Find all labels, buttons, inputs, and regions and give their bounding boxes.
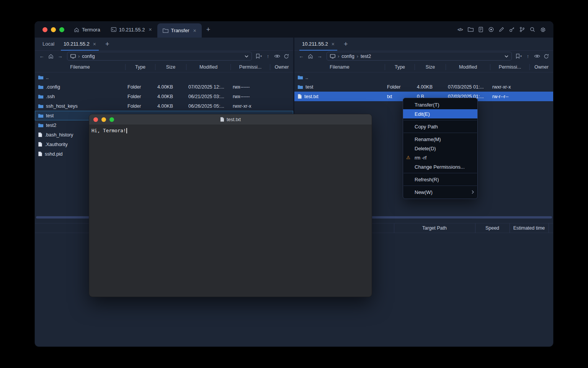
column-owner[interactable]: Owner xyxy=(529,64,553,70)
file-table-header: Filename Type Size Modified Permissi... … xyxy=(35,62,293,72)
menu-item-refresh[interactable]: Refresh(R) xyxy=(403,175,477,184)
column-speed[interactable]: Speed xyxy=(475,223,510,233)
file-row-parent[interactable]: .. xyxy=(294,72,553,82)
file-permissions: rwx------ xyxy=(230,94,270,99)
record-icon xyxy=(488,27,494,32)
column-filename[interactable]: Filename xyxy=(35,64,125,70)
new-panel-tab-button[interactable]: + xyxy=(101,38,114,51)
path-segment[interactable]: config xyxy=(341,54,354,59)
refresh-button[interactable] xyxy=(283,52,290,61)
column-filename[interactable]: Filename xyxy=(294,64,385,70)
menu-item-delete[interactable]: Delete(D) xyxy=(403,144,477,153)
parent-directory-button[interactable]: ↑ xyxy=(524,52,532,61)
editor-window: test.txt Hi, Termora! xyxy=(89,114,372,297)
home-button[interactable] xyxy=(307,52,314,61)
file-row[interactable]: .ssh Folder 4.00KB 06/21/2025 03:... rwx… xyxy=(35,92,293,101)
column-permissions[interactable]: Permissi... xyxy=(490,64,529,70)
branch-button[interactable] xyxy=(518,25,526,34)
close-tab-icon[interactable]: × xyxy=(149,27,152,32)
tab-local[interactable]: Local xyxy=(38,38,59,50)
terminal-icon xyxy=(111,27,116,32)
file-name: .Xauthority xyxy=(45,142,68,147)
column-estimated-time[interactable]: Estimated time xyxy=(510,223,549,233)
show-hidden-button[interactable] xyxy=(533,52,541,61)
menu-item-edit[interactable]: Edit(E) xyxy=(403,109,477,118)
editor-content[interactable]: Hi, Termora! xyxy=(89,125,372,136)
close-window-button[interactable] xyxy=(42,27,47,32)
home-button[interactable] xyxy=(47,52,55,61)
tab-transfer[interactable]: Transfer × xyxy=(157,23,202,38)
show-hidden-button[interactable] xyxy=(273,52,281,61)
chevron-down-icon[interactable] xyxy=(505,55,508,58)
chevron-down-icon[interactable] xyxy=(245,55,248,58)
menu-item-copy-path[interactable]: Copy Path xyxy=(403,122,477,131)
editor-close-button[interactable] xyxy=(93,117,98,122)
column-type[interactable]: Type xyxy=(125,64,155,70)
back-button[interactable]: ← xyxy=(38,52,46,61)
editor-zoom-button[interactable] xyxy=(109,117,114,122)
forward-button[interactable]: → xyxy=(316,52,323,61)
zoom-window-button[interactable] xyxy=(59,27,64,32)
menu-item-new[interactable]: New(W) xyxy=(403,187,477,197)
column-type[interactable]: Type xyxy=(385,64,415,70)
forward-button[interactable]: → xyxy=(56,52,64,61)
file-row[interactable]: .config Folder 4.00KB 07/02/2025 12:... … xyxy=(35,82,293,92)
path-separator: › xyxy=(357,53,358,59)
close-tab-icon[interactable]: × xyxy=(332,41,335,47)
tab-termora[interactable]: Termora xyxy=(69,21,106,38)
file-size: 4.00KB xyxy=(155,84,186,90)
search-button[interactable] xyxy=(528,25,537,34)
new-tab-button[interactable]: + xyxy=(202,21,215,38)
key-button[interactable] xyxy=(508,25,516,34)
record-button[interactable] xyxy=(487,25,495,34)
column-permissions[interactable]: Permissi... xyxy=(230,64,270,70)
pencil-button[interactable] xyxy=(497,25,506,34)
file-type: Folder xyxy=(385,84,415,90)
refresh-button[interactable] xyxy=(542,52,550,61)
journal-button[interactable] xyxy=(477,25,485,34)
file-row[interactable]: ssh_host_keys Folder 4.00KB 06/26/2025 0… xyxy=(35,101,293,111)
tab-host-right[interactable]: 10.211.55.2 × xyxy=(297,38,339,50)
column-target-path[interactable]: Target Path xyxy=(394,223,475,233)
file-permissions: rwxr-xr-x xyxy=(490,84,529,90)
new-panel-tab-button[interactable]: + xyxy=(339,38,353,51)
close-tab-icon[interactable]: × xyxy=(193,28,196,33)
tab-host-left[interactable]: 10.211.55.2 × xyxy=(59,38,101,50)
editor-titlebar[interactable]: test.txt xyxy=(89,114,372,125)
folder-button[interactable] xyxy=(466,25,475,34)
menu-item-transfer[interactable]: Transfer(T) xyxy=(403,100,477,109)
bookmark-button[interactable]: ▾ xyxy=(255,52,263,61)
back-button[interactable]: ← xyxy=(297,52,305,61)
file-row[interactable]: test Folder 4.00KB 07/03/2025 01:... rwx… xyxy=(294,82,553,92)
column-size[interactable]: Size xyxy=(415,64,446,70)
column-modified[interactable]: Modified xyxy=(446,64,490,70)
minimize-window-button[interactable] xyxy=(51,27,56,32)
close-tab-icon[interactable]: × xyxy=(93,41,96,47)
file-type: Folder xyxy=(125,94,155,99)
tab-terminal-host[interactable]: 10.211.55.2 × xyxy=(106,21,157,38)
titlebar[interactable]: Termora 10.211.55.2 × Transfer × + </> xyxy=(35,21,553,38)
editor-text: Hi, Termora! xyxy=(91,128,126,133)
menu-item-rm-rf[interactable]: ⚠ rm -rf xyxy=(403,153,477,162)
file-name: .ssh xyxy=(46,94,55,99)
column-size[interactable]: Size xyxy=(155,64,186,70)
path-bar[interactable]: › config › test2 xyxy=(327,52,512,61)
path-segment[interactable]: config xyxy=(82,54,95,59)
left-panel-tabs: Local 10.211.55.2 × + xyxy=(35,38,293,51)
column-owner[interactable]: Owner xyxy=(270,64,293,70)
key-icon xyxy=(509,27,514,32)
editor-traffic-lights xyxy=(93,117,114,122)
menu-item-rename[interactable]: Rename(M) xyxy=(403,135,477,144)
path-bar[interactable]: › config xyxy=(67,52,252,61)
path-segment[interactable]: test2 xyxy=(361,54,371,59)
settings-button[interactable] xyxy=(539,25,547,34)
menu-item-change-permissions[interactable]: Change Permissions... xyxy=(403,162,477,171)
editor-minimize-button[interactable] xyxy=(101,117,106,122)
code-button[interactable]: </> xyxy=(456,25,464,34)
parent-directory-button[interactable]: ↑ xyxy=(264,52,272,61)
file-row-parent[interactable]: .. xyxy=(35,72,293,82)
file-name: sshd.pid xyxy=(45,151,63,157)
file-name: ssh_host_keys xyxy=(46,104,78,109)
bookmark-button[interactable]: ▾ xyxy=(515,52,523,61)
column-modified[interactable]: Modified xyxy=(186,64,230,70)
